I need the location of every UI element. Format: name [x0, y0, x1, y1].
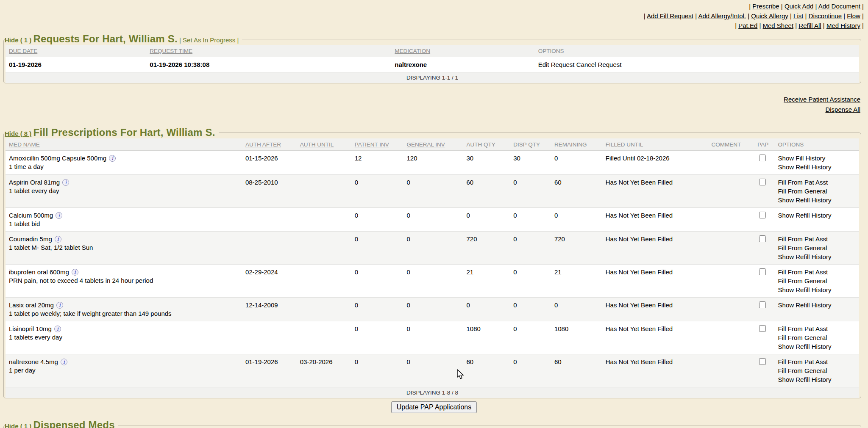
show-refill-history-link[interactable]: Show Refill History [778, 196, 856, 204]
pap-checkbox[interactable] [759, 268, 766, 275]
fill-from-general-link[interactable]: Fill From General [778, 366, 856, 375]
med-sig: 1 tablet bid [9, 220, 239, 228]
nav-link-pat-ed[interactable]: Pat.Ed [738, 22, 757, 29]
cancel-request-link[interactable]: Cancel Request [576, 61, 622, 68]
receive-patient-assistance-link[interactable]: Receive Patient Assistance [0, 94, 860, 105]
med-name-text: Aspirin Oral 81mg [9, 179, 60, 186]
show-refill-history-link[interactable]: Show Refill History [778, 342, 856, 351]
auth-after: 02-29-2024 [242, 265, 297, 298]
med-info-icon[interactable]: i [56, 302, 63, 309]
fill-column-header-auth_qty: AUTH QTY [463, 138, 510, 151]
fill-from-general-link[interactable]: Fill From General [778, 276, 856, 285]
filled-until: Has Not Yet Been Filled [602, 175, 708, 208]
med-info-icon[interactable]: i [62, 179, 69, 186]
nav-link-list[interactable]: List [793, 12, 803, 19]
med-info-icon[interactable]: i [55, 236, 61, 243]
update-pap-applications-button[interactable]: Update PAP Applications [391, 401, 477, 413]
auth-qty: 1080 [463, 321, 510, 354]
pap-checkbox[interactable] [759, 235, 766, 242]
fill-from-pat-asst-link[interactable]: Fill From Pat Asst [778, 324, 856, 333]
fill-column-header-disp_qty: DISP QTY [510, 138, 551, 151]
fill-column-header-filled_until: FILLED UNTIL [602, 138, 708, 151]
fill-column-header-auth_after[interactable]: AUTH AFTER [242, 138, 297, 151]
auth-qty: 720 [463, 232, 510, 265]
requests-column-header-medication[interactable]: MEDICATION [391, 45, 534, 57]
dispense-all-link[interactable]: Dispense All [0, 105, 860, 115]
nav-link-quick-allergy[interactable]: Quick Allergy [751, 12, 788, 19]
fill-prescriptions-section: Hide ( 8 ) Fill Prescriptions For Hart, … [3, 127, 861, 398]
nav-link-add-allergy-intol[interactable]: Add Allergy/Intol. [698, 12, 746, 19]
med-info-icon[interactable]: i [56, 212, 62, 219]
requests-column-header-due_date[interactable]: DUE DATE [6, 45, 146, 57]
nav-link-med-history[interactable]: Med History [826, 22, 860, 29]
show-refill-history-link[interactable]: Show Refill History [778, 252, 856, 261]
fill-from-general-link[interactable]: Fill From General [778, 187, 856, 196]
nav-link-quick-add[interactable]: Quick Add [785, 3, 813, 10]
patient-inv: 12 [351, 151, 403, 175]
fill-from-general-link[interactable]: Fill From General [778, 243, 856, 252]
auth-after: 01-15-2026 [242, 151, 297, 175]
disp-qty: 0 [510, 298, 551, 321]
dispensed-section-title: Dispensed Meds [33, 419, 115, 428]
fill-from-general-link[interactable]: Fill From General [778, 333, 856, 342]
requests-table-header: DUE DATEREQUEST TIMEMEDICATIONOPTIONS [6, 45, 859, 57]
auth-until: 03-20-2026 [297, 354, 351, 387]
disp-qty: 30 [510, 151, 551, 175]
general-inv: 0 [403, 298, 463, 321]
med-info-icon[interactable]: i [61, 359, 67, 365]
fill-from-pat-asst-link[interactable]: Fill From Pat Asst [778, 357, 856, 366]
prescription-options: Show Refill History [775, 298, 859, 321]
pap-cell [754, 208, 774, 232]
pap-checkbox[interactable] [759, 301, 766, 308]
fill-column-header-general_inv[interactable]: GENERAL INV [403, 138, 463, 151]
fill-column-header-patient_inv[interactable]: PATIENT INV [351, 138, 403, 151]
comment [708, 321, 754, 354]
edit-request-link[interactable]: Edit Request [538, 61, 575, 68]
nav-link-flow[interactable]: Flow [847, 12, 860, 19]
requests-section-title: Requests For Hart, William S. [33, 33, 178, 44]
show-refill-history-link[interactable]: Show Refill History [778, 301, 856, 309]
nav-link-prescribe[interactable]: Prescribe [752, 3, 779, 10]
nav-link-add-fill-request[interactable]: Add Fill Request [647, 12, 693, 19]
fill-column-header-med_name[interactable]: MED NAME [6, 138, 242, 151]
dispensed-hide-link[interactable]: Hide ( 1 ) [5, 422, 31, 428]
requests-column-header-request_time[interactable]: REQUEST TIME [146, 45, 391, 57]
prescription-options: Show Fill HistoryShow Refill History [775, 151, 859, 175]
fill-from-pat-asst-link[interactable]: Fill From Pat Asst [778, 235, 856, 243]
requests-hide-link[interactable]: Hide ( 1 ) [5, 36, 31, 44]
fill-table-header: MED NAMEAUTH AFTERAUTH UNTILPATIENT INVG… [6, 138, 859, 151]
show-refill-history-link[interactable]: Show Refill History [778, 375, 856, 384]
side-links: Receive Patient AssistanceDispense All [0, 83, 868, 127]
show-refill-history-link[interactable]: Show Refill History [778, 211, 856, 220]
fill-from-pat-asst-link[interactable]: Fill From Pat Asst [778, 178, 856, 187]
nav-link-med-sheet[interactable]: Med Sheet [763, 22, 794, 29]
pap-checkbox[interactable] [759, 155, 766, 161]
nav-link-discontinue[interactable]: Discontinue [809, 12, 842, 19]
nav-link-add-document[interactable]: Add Document [818, 3, 860, 10]
fill-from-pat-asst-link[interactable]: Fill From Pat Asst [778, 268, 856, 276]
pap-checkbox[interactable] [759, 325, 766, 332]
med-info-icon[interactable]: i [72, 269, 78, 276]
pap-checkbox[interactable] [759, 358, 766, 365]
filled-until: Has Not Yet Been Filled [602, 232, 708, 265]
fill-column-header-auth_until[interactable]: AUTH UNTIL [297, 138, 351, 151]
fill-hide-link[interactable]: Hide ( 8 ) [5, 130, 31, 137]
auth-after: 08-25-2010 [242, 175, 297, 208]
pap-cell [754, 298, 774, 321]
auth-until [297, 321, 351, 354]
show-fill-history-link[interactable]: Show Fill History [778, 154, 856, 163]
set-as-in-progress-link[interactable]: Set As In Progress [183, 36, 235, 44]
med-info-icon[interactable]: i [54, 326, 61, 332]
nav-link-refill-all[interactable]: Refill All [798, 22, 821, 29]
med-name-text: Amoxicillin 500mg Capsule 500mg [9, 155, 106, 162]
show-refill-history-link[interactable]: Show Refill History [778, 285, 856, 294]
remaining: 0 [551, 208, 602, 232]
med-name: Amoxicillin 500mg Capsule 500mgi [9, 154, 239, 163]
med-name-cell: Coumadin 5mgi1 tablet M- Sat, 1/2 tablet… [6, 232, 242, 265]
pap-checkbox[interactable] [759, 212, 766, 218]
nav-row-3: | Pat.Ed | Med Sheet | Refill All | Med … [0, 21, 864, 30]
med-sig: 1 tablets every day [9, 333, 239, 342]
show-refill-history-link[interactable]: Show Refill History [778, 163, 856, 171]
med-info-icon[interactable]: i [109, 155, 116, 162]
pap-checkbox[interactable] [759, 179, 766, 185]
